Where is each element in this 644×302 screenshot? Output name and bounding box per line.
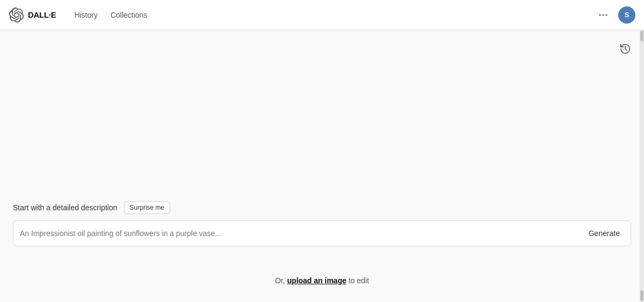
svg-point-2 bbox=[606, 14, 608, 16]
prompt-section: Start with a detailed description Surpri… bbox=[0, 30, 644, 259]
nav-link-collections[interactable]: Collections bbox=[105, 8, 152, 23]
upload-image-link[interactable]: upload an image bbox=[287, 276, 346, 285]
logo-area: DALL·E bbox=[9, 8, 56, 23]
svg-point-0 bbox=[599, 14, 601, 16]
nav-links: History Collections bbox=[69, 8, 152, 23]
upload-suffix: to edit bbox=[348, 276, 369, 285]
nav-link-history[interactable]: History bbox=[69, 8, 103, 23]
scrollbar-track[interactable] bbox=[640, 30, 644, 302]
description-label: Start with a detailed description bbox=[13, 203, 118, 212]
openai-logo-icon bbox=[9, 8, 24, 23]
upload-text: Or, upload an image to edit bbox=[275, 276, 369, 285]
scrollbar-thumb-top[interactable] bbox=[640, 31, 643, 41]
upload-prefix: Or, bbox=[275, 276, 285, 285]
generate-button[interactable]: Generate bbox=[584, 227, 624, 240]
nav-right: S bbox=[595, 6, 635, 24]
app-name: DALL·E bbox=[28, 10, 56, 19]
history-icon-button[interactable] bbox=[619, 43, 631, 57]
more-options-button[interactable] bbox=[595, 6, 612, 24]
user-avatar[interactable]: S bbox=[618, 6, 635, 24]
prompt-input-row: Generate bbox=[13, 220, 631, 246]
prompt-input[interactable] bbox=[20, 229, 584, 238]
description-label-row: Start with a detailed description Surpri… bbox=[13, 201, 170, 214]
scrollbar-thumb-bottom[interactable] bbox=[640, 290, 643, 301]
svg-point-1 bbox=[603, 14, 604, 16]
surprise-me-button[interactable]: Surprise me bbox=[124, 201, 171, 214]
upload-section: Or, upload an image to edit bbox=[0, 259, 644, 302]
top-navigation: DALL·E History Collections S bbox=[0, 0, 644, 30]
main-content: Start with a detailed description Surpri… bbox=[0, 30, 644, 302]
